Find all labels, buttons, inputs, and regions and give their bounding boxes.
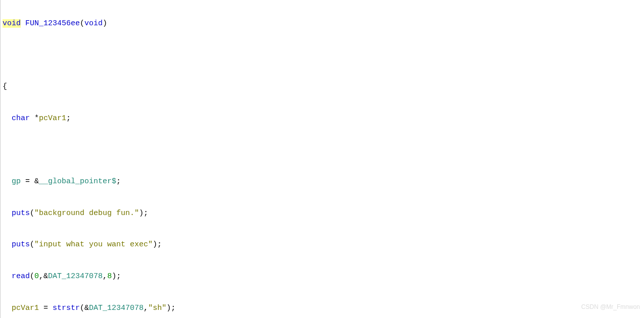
function-name: FUN_123456ee [25, 19, 80, 28]
call-strstr: strstr [53, 304, 80, 312]
type-char: char [12, 114, 30, 123]
code-line [3, 47, 644, 63]
code-line: { [3, 79, 644, 94]
call-read: read [12, 272, 30, 281]
var-gp: gp [12, 177, 21, 186]
var-pcvar1: pcVar1 [39, 114, 66, 123]
string-literal: "background debug fun." [34, 209, 139, 218]
dat-symbol: DAT_12347078 [89, 304, 144, 312]
code-line [3, 142, 644, 158]
decompiler-code-view[interactable]: void FUN_123456ee(void) { char *pcVar1; … [0, 0, 644, 318]
code-line: puts("background debug fun."); [3, 205, 644, 221]
code-line: gp = &__global_pointer$; [3, 174, 644, 189]
dat-symbol: DAT_12347078 [48, 272, 103, 281]
global-pointer: __global_pointer$ [39, 177, 116, 186]
var-pcvar1: pcVar1 [12, 304, 39, 312]
keyword-void: void [84, 19, 103, 28]
code-line: puts("input what you want exec"); [3, 237, 644, 252]
call-puts: puts [12, 240, 30, 249]
csdn-watermark: CSDN @Mr_Fmnwon [581, 299, 640, 315]
call-puts: puts [12, 209, 30, 218]
code-line: read(0,&DAT_12347078,8); [3, 269, 644, 284]
number-literal: 0 [34, 272, 39, 281]
number-literal: 8 [107, 272, 112, 281]
code-line: void FUN_123456ee(void) [3, 16, 644, 31]
string-literal: "sh" [148, 304, 166, 312]
code-line: pcVar1 = strstr(&DAT_12347078,"sh"); [3, 300, 644, 316]
keyword-void: void [3, 19, 21, 28]
string-literal: "input what you want exec" [34, 240, 153, 249]
code-line: char *pcVar1; [3, 111, 644, 126]
